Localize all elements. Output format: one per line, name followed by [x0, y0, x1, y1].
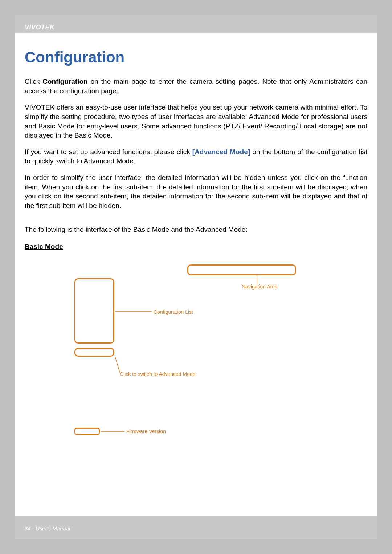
paragraph-3: If you want to set up advanced functions… [25, 147, 367, 166]
paragraph-4: In order to simplify the user interface,… [25, 173, 367, 210]
firmware-version-label: Firmware Version [126, 428, 166, 434]
page-content: Configuration Click Configuration on the… [15, 33, 377, 447]
basic-mode-heading: Basic Mode [25, 243, 367, 251]
p1-bold-configuration: Configuration [42, 78, 88, 85]
navigation-area-box [187, 264, 296, 275]
page-header-band: VIVOTEK [15, 15, 377, 33]
configuration-list-label: Configuration List [154, 309, 193, 315]
footer-page-info: 34 - User's Manual [25, 525, 70, 532]
advanced-mode-link-text: [Advanced Mode] [192, 148, 250, 156]
p1-pre: Click [25, 78, 42, 85]
p3-pre: If you want to set up advanced functions… [25, 148, 192, 156]
switch-mode-label: Click to switch to Advanced Mode [120, 371, 196, 377]
brand-name: VIVOTEK [25, 24, 55, 31]
basic-mode-diagram: Navigation Area Configuration List Click… [25, 258, 367, 447]
page-footer-band: 34 - User's Manual [15, 516, 377, 539]
configuration-list-box [74, 278, 114, 344]
page-title: Configuration [25, 49, 367, 66]
paragraph-2: VIVOTEK offers an easy-to-use user inter… [25, 103, 367, 140]
switch-mode-box [74, 348, 114, 357]
navigation-area-label: Navigation Area [242, 284, 278, 290]
paragraph-1: Click Configuration on the main page to … [25, 77, 367, 95]
document-page: VIVOTEK Configuration Click Configuratio… [15, 15, 377, 539]
firmware-version-box [74, 428, 100, 435]
paragraph-5: The following is the interface of the Ba… [25, 225, 367, 234]
svg-line-2 [115, 357, 120, 373]
